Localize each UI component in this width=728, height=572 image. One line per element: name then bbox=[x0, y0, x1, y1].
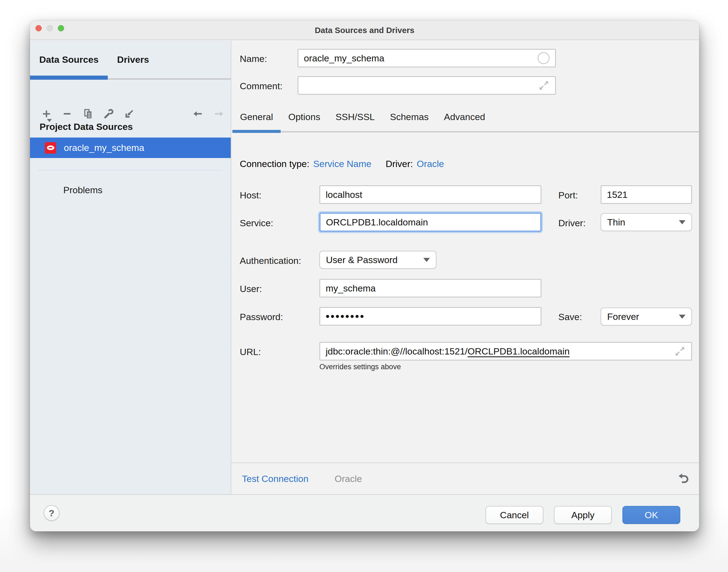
apply-button[interactable]: Apply bbox=[554, 506, 612, 524]
chevron-down-icon bbox=[679, 220, 685, 224]
expand-icon[interactable] bbox=[674, 346, 686, 357]
authentication-label: Authentication: bbox=[240, 256, 301, 266]
problems-item[interactable]: Problems bbox=[63, 185, 102, 195]
dialog-button-bar: ? Cancel Apply OK bbox=[30, 494, 699, 531]
tab-advanced[interactable]: Advanced bbox=[436, 102, 493, 131]
url-label: URL: bbox=[240, 347, 261, 357]
forward-arrow-icon[interactable] bbox=[209, 104, 229, 124]
save-value: Forever bbox=[607, 311, 639, 322]
tab-options[interactable]: Options bbox=[281, 102, 328, 131]
tab-general[interactable]: General bbox=[232, 102, 281, 131]
undo-icon[interactable] bbox=[676, 471, 691, 486]
history-nav bbox=[188, 104, 229, 124]
tab-data-sources[interactable]: Data Sources bbox=[30, 41, 108, 78]
user-label: User: bbox=[240, 284, 262, 294]
name-label: Name: bbox=[240, 54, 267, 64]
tab-drivers[interactable]: Drivers bbox=[108, 41, 158, 78]
test-connection-link[interactable]: Test Connection bbox=[242, 474, 309, 484]
ok-button[interactable]: OK bbox=[623, 506, 680, 524]
user-input[interactable]: my_schema bbox=[319, 279, 542, 297]
service-input[interactable]: ORCLPDB1.localdomain bbox=[319, 213, 542, 232]
sidebar-toolbar bbox=[36, 104, 140, 124]
window-title: Data Sources and Drivers bbox=[30, 20, 699, 40]
password-value: •••••••• bbox=[326, 310, 365, 323]
password-input[interactable]: •••••••• bbox=[319, 307, 542, 326]
user-value: my_schema bbox=[326, 283, 376, 294]
port-label: Port: bbox=[558, 190, 578, 201]
name-value: oracle_my_schema bbox=[304, 53, 384, 64]
authentication-dropdown[interactable]: User & Password bbox=[319, 251, 436, 269]
import-icon[interactable] bbox=[119, 104, 140, 124]
footer-driver-name: Oracle bbox=[335, 474, 362, 484]
remove-icon[interactable] bbox=[57, 104, 77, 124]
name-input[interactable]: oracle_my_schema bbox=[298, 49, 556, 67]
driver-dropdown[interactable]: Thin bbox=[600, 213, 692, 231]
connection-settings-panel: Name: oracle_my_schema Comment: /* corre… bbox=[231, 41, 699, 494]
duplicate-icon[interactable] bbox=[77, 104, 98, 124]
driver-mode-label: Driver: bbox=[558, 218, 586, 228]
chevron-down-icon bbox=[679, 315, 685, 319]
driver-link[interactable]: Oracle bbox=[417, 158, 444, 169]
sidebar: Data Sources Drivers bbox=[30, 41, 231, 494]
save-dropdown[interactable]: Forever bbox=[600, 307, 692, 326]
chevron-down-icon bbox=[423, 258, 430, 262]
comment-label: Comment: bbox=[240, 81, 282, 91]
sidebar-tab-strip: Data Sources Drivers bbox=[30, 41, 231, 80]
port-value: 1521 bbox=[607, 190, 628, 200]
expand-icon[interactable] bbox=[538, 80, 550, 91]
empty-progress-circle-icon bbox=[538, 52, 550, 64]
url-note: Overrides settings above bbox=[319, 363, 401, 371]
titlebar: Data Sources and Drivers bbox=[30, 20, 699, 40]
host-value: localhost bbox=[326, 190, 362, 200]
data-sources-dialog: Data Sources and Drivers Data Sources Dr… bbox=[30, 20, 699, 531]
screen: Data Sources and Drivers Data Sources Dr… bbox=[0, 0, 728, 572]
comment-input[interactable] bbox=[298, 76, 556, 95]
driver-label: Driver: bbox=[386, 158, 413, 169]
connection-type-label: Connection type: bbox=[240, 158, 309, 169]
oracle-icon bbox=[45, 142, 56, 154]
host-label: Host: bbox=[240, 190, 261, 201]
port-input[interactable]: 1521 bbox=[600, 185, 692, 204]
service-value: ORCLPDB1.localdomain bbox=[326, 217, 428, 228]
tab-schemas[interactable]: Schemas bbox=[383, 102, 436, 131]
password-label: Password: bbox=[240, 312, 283, 322]
help-button[interactable]: ? bbox=[44, 505, 60, 521]
url-input[interactable]: jdbc:oracle:thin:@//localhost:1521/ORCLP… bbox=[319, 342, 692, 360]
save-label: Save: bbox=[558, 312, 582, 322]
service-label: Service: bbox=[240, 218, 273, 228]
connection-type-row: Connection type: Service Name Driver: Or… bbox=[240, 158, 444, 169]
section-title-project-data-sources: Project Data Sources bbox=[39, 122, 133, 132]
wrench-icon[interactable] bbox=[98, 104, 119, 124]
data-source-name: oracle_my_schema bbox=[64, 142, 144, 153]
list-item-oracle-my-schema[interactable]: oracle_my_schema bbox=[30, 138, 231, 158]
sidebar-separator bbox=[38, 170, 223, 170]
back-arrow-icon[interactable] bbox=[188, 104, 209, 124]
cancel-button[interactable]: Cancel bbox=[486, 506, 543, 524]
driver-dropdown-value: Thin bbox=[607, 217, 625, 228]
tab-ssh-ssl[interactable]: SSH/SSL bbox=[328, 102, 383, 131]
connection-footer: Test Connection Oracle bbox=[231, 462, 699, 494]
settings-tab-strip: General Options SSH/SSL Schemas Advanced bbox=[232, 102, 699, 132]
authentication-value: User & Password bbox=[326, 255, 398, 265]
question-mark-icon: ? bbox=[49, 508, 55, 518]
url-value: jdbc:oracle:thin:@//localhost:1521/ORCLP… bbox=[326, 346, 570, 357]
connection-type-link[interactable]: Service Name bbox=[313, 158, 372, 169]
host-input[interactable]: localhost bbox=[319, 185, 542, 204]
add-icon[interactable] bbox=[36, 104, 57, 124]
